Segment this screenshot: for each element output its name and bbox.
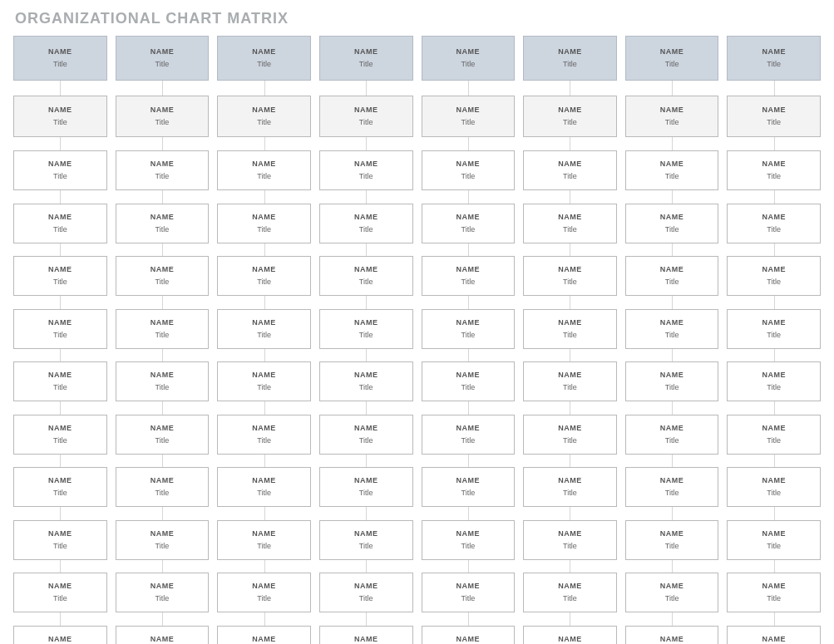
org-card-name: NAME (151, 47, 175, 57)
org-card-name: NAME (354, 424, 378, 433)
org-card-name: NAME (660, 635, 684, 644)
org-card-name: NAME (558, 424, 582, 433)
org-card-title: Title (257, 172, 271, 181)
org-card: NAMETitle (116, 309, 210, 349)
org-card-name: NAME (456, 106, 481, 115)
org-card-name: NAME (762, 213, 786, 222)
org-card: NAMETitle (319, 256, 413, 296)
org-card-title: Title (461, 436, 475, 445)
org-card: NAMETitle (13, 36, 107, 81)
org-card-title: Title (359, 225, 373, 234)
org-card-name: NAME (354, 635, 378, 644)
org-card: NAMETitle (625, 150, 719, 190)
org-card-name: NAME (48, 582, 72, 591)
org-card: NAMETitle (319, 361, 413, 401)
org-card-title: Title (461, 542, 475, 551)
org-card-name: NAME (354, 371, 378, 380)
org-card-title: Title (767, 118, 781, 127)
org-card-name: NAME (252, 582, 276, 591)
org-card-title: Title (257, 331, 271, 340)
org-card-title: Title (461, 594, 475, 603)
org-card: NAMETitle (217, 573, 311, 612)
org-card: NAMETitle (217, 96, 311, 137)
org-card-title: Title (665, 331, 679, 340)
org-card-name: NAME (151, 265, 175, 274)
org-card-title: Title (665, 118, 679, 127)
org-card-name: NAME (660, 160, 684, 169)
org-card-title: Title (665, 60, 679, 69)
org-card-title: Title (257, 489, 271, 498)
org-card-name: NAME (354, 582, 378, 591)
org-card: NAMETitle (422, 415, 516, 455)
org-card-name: NAME (660, 318, 684, 327)
org-card-name: NAME (48, 106, 72, 115)
org-card-title: Title (767, 542, 781, 551)
org-card-name: NAME (660, 476, 684, 485)
org-card-name: NAME (252, 160, 276, 169)
org-card: NAMETitle (319, 96, 413, 137)
org-card: NAMETitle (217, 309, 311, 349)
org-card-name: NAME (252, 424, 276, 433)
org-card-name: NAME (48, 265, 72, 274)
org-card-name: NAME (558, 582, 582, 591)
org-card-title: Title (665, 172, 679, 181)
org-card-title: Title (767, 594, 781, 603)
org-card: NAMETitle (116, 36, 210, 81)
org-card-title: Title (767, 489, 781, 498)
org-card: NAMETitle (13, 204, 107, 243)
org-card-title: Title (257, 594, 271, 603)
org-card-title: Title (257, 60, 271, 69)
org-card: NAMETitle (625, 626, 719, 645)
matrix-column: NAMETitleNAMETitleNAMETitleNAMETitleNAME… (625, 36, 719, 644)
org-card-title: Title (665, 383, 679, 392)
org-card-title: Title (53, 60, 67, 69)
org-card: NAMETitle (217, 36, 311, 81)
org-card-title: Title (53, 172, 67, 181)
org-card-name: NAME (660, 47, 684, 57)
org-card-title: Title (155, 172, 170, 181)
org-card-name: NAME (252, 47, 276, 57)
org-card-title: Title (257, 383, 271, 392)
org-card-name: NAME (660, 265, 684, 274)
org-card-name: NAME (151, 371, 175, 380)
org-card-name: NAME (456, 476, 481, 485)
org-card-title: Title (359, 436, 373, 445)
matrix-column: NAMETitleNAMETitleNAMETitleNAMETitleNAME… (217, 36, 311, 644)
org-card-title: Title (767, 436, 781, 445)
org-card-name: NAME (48, 160, 72, 169)
org-card: NAMETitle (422, 204, 516, 243)
org-card: NAMETitle (116, 96, 210, 137)
org-card-title: Title (665, 542, 679, 551)
org-card-title: Title (665, 594, 679, 603)
org-card-title: Title (53, 436, 67, 445)
org-card-title: Title (359, 594, 373, 603)
org-card: NAMETitle (422, 626, 516, 645)
org-card: NAMETitle (319, 415, 413, 455)
org-card-title: Title (563, 60, 577, 69)
org-card: NAMETitle (523, 415, 617, 455)
org-card: NAMETitle (523, 96, 617, 137)
org-card-title: Title (53, 331, 67, 340)
org-card: NAMETitle (116, 150, 210, 190)
org-card: NAMETitle (727, 150, 821, 190)
org-card: NAMETitle (13, 309, 107, 349)
org-card-name: NAME (762, 265, 786, 274)
org-card: NAMETitle (116, 520, 210, 560)
org-card-title: Title (53, 225, 67, 234)
org-card: NAMETitle (625, 96, 719, 137)
org-card-title: Title (563, 383, 577, 392)
org-card: NAMETitle (523, 573, 617, 612)
org-card: NAMETitle (625, 415, 719, 455)
org-card-name: NAME (558, 476, 582, 485)
org-card: NAMETitle (727, 204, 821, 243)
org-card: NAMETitle (13, 415, 107, 455)
org-card: NAMETitle (523, 361, 617, 401)
org-card-name: NAME (252, 476, 276, 485)
org-card: NAMETitle (13, 150, 107, 190)
org-card: NAMETitle (217, 415, 311, 455)
org-card-name: NAME (252, 106, 276, 115)
org-card: NAMETitle (422, 520, 516, 560)
org-card: NAMETitle (523, 309, 617, 349)
org-card-name: NAME (558, 265, 582, 274)
org-card-title: Title (53, 118, 67, 127)
